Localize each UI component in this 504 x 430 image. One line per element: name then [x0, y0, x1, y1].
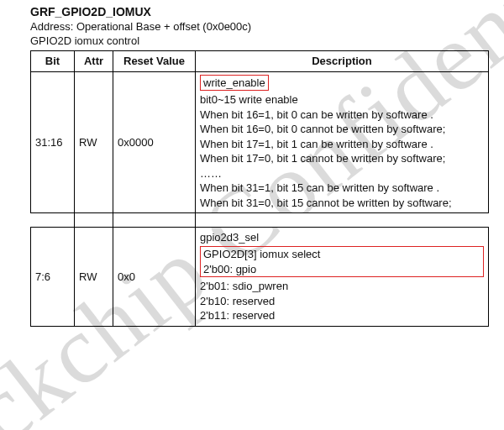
desc-line: 2'b11: reserved	[200, 309, 275, 322]
desc-line: When bit 17=1, bit 1 can be written by s…	[200, 138, 433, 150]
highlight-write-enable: write_enable	[200, 75, 269, 92]
cell-description: write_enable bit0~15 write enable When b…	[196, 71, 489, 213]
desc-line: When bit 16=0, bit 0 cannot be written b…	[200, 123, 445, 135]
col-header-desc: Description	[196, 51, 489, 72]
table-header-row: Bit Attr Reset Value Description	[31, 51, 489, 72]
cell-attr: RW	[75, 228, 113, 326]
register-table: Bit Attr Reset Value Description 31:16 R…	[30, 50, 489, 327]
desc-line: bit0~15 write enable	[200, 93, 298, 106]
highlight-iomux-select: GPIO2D[3] iomux select 2'b00: gpio	[200, 246, 484, 277]
desc-line: 2'b01: sdio_pwren	[200, 280, 288, 292]
cell-bit: 31:16	[31, 71, 75, 213]
table-gap	[31, 213, 489, 228]
register-name: GRF_GPIO2D_IOMUX	[30, 5, 489, 18]
desc-line: 2'b00: gpio	[203, 263, 256, 275]
page-content: GRF_GPIO2D_IOMUX Address: Operational Ba…	[0, 0, 504, 327]
cell-reset: 0x0000	[113, 71, 196, 213]
desc-line: ……	[200, 167, 222, 180]
col-header-bit: Bit	[31, 51, 75, 72]
desc-line: When bit 16=1, bit 0 can be written by s…	[200, 108, 433, 121]
register-summary: GPIO2D iomux control	[30, 34, 489, 47]
desc-line: GPIO2D[3] iomux select	[203, 248, 320, 260]
cell-bit: 7:6	[31, 228, 75, 326]
cell-attr: RW	[75, 71, 113, 213]
col-header-reset: Reset Value	[113, 51, 196, 72]
register-address: Address: Operational Base + offset (0x0e…	[30, 20, 489, 33]
desc-line: When bit 31=1, bit 15 can be written by …	[200, 181, 439, 194]
table-row: 7:6 RW 0x0 gpio2d3_sel GPIO2D[3] iomux s…	[31, 228, 489, 326]
desc-line: gpio2d3_sel	[200, 231, 259, 244]
desc-line: When bit 31=0, bit 15 cannot be written …	[200, 197, 452, 209]
cell-description: gpio2d3_sel GPIO2D[3] iomux select 2'b00…	[196, 228, 489, 326]
desc-line: 2'b10: reserved	[200, 295, 275, 307]
table-row: 31:16 RW 0x0000 write_enable bit0~15 wri…	[31, 71, 489, 213]
col-header-attr: Attr	[75, 51, 113, 72]
desc-line: When bit 17=0, bit 1 cannot be written b…	[200, 152, 445, 165]
cell-reset: 0x0	[113, 228, 196, 326]
